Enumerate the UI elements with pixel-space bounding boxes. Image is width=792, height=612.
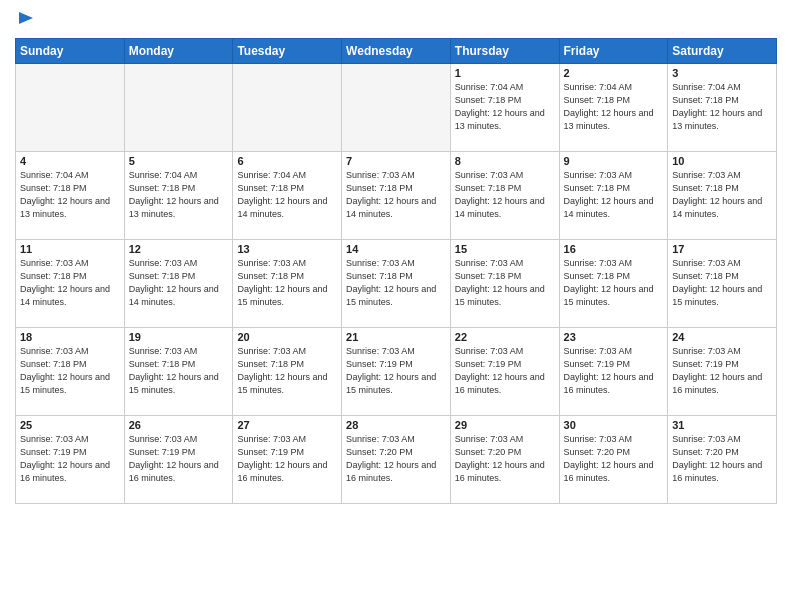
day-info: Sunrise: 7:03 AMSunset: 7:19 PMDaylight:…: [672, 345, 772, 397]
day-info: Sunrise: 7:03 AMSunset: 7:19 PMDaylight:…: [564, 345, 664, 397]
week-row-2: 4Sunrise: 7:04 AMSunset: 7:18 PMDaylight…: [16, 151, 777, 239]
day-info: Sunrise: 7:03 AMSunset: 7:18 PMDaylight:…: [564, 169, 664, 221]
day-number: 2: [564, 67, 664, 79]
day-info: Sunrise: 7:04 AMSunset: 7:18 PMDaylight:…: [672, 81, 772, 133]
page: SundayMondayTuesdayWednesdayThursdayFrid…: [0, 0, 792, 612]
calendar-cell: 6Sunrise: 7:04 AMSunset: 7:18 PMDaylight…: [233, 151, 342, 239]
day-number: 12: [129, 243, 229, 255]
calendar-cell: 15Sunrise: 7:03 AMSunset: 7:18 PMDayligh…: [450, 239, 559, 327]
col-header-monday: Monday: [124, 38, 233, 63]
calendar-table: SundayMondayTuesdayWednesdayThursdayFrid…: [15, 38, 777, 504]
day-number: 6: [237, 155, 337, 167]
day-number: 14: [346, 243, 446, 255]
day-number: 27: [237, 419, 337, 431]
day-number: 24: [672, 331, 772, 343]
day-info: Sunrise: 7:03 AMSunset: 7:18 PMDaylight:…: [20, 257, 120, 309]
calendar-cell: 7Sunrise: 7:03 AMSunset: 7:18 PMDaylight…: [342, 151, 451, 239]
day-info: Sunrise: 7:03 AMSunset: 7:18 PMDaylight:…: [672, 257, 772, 309]
calendar-cell: 18Sunrise: 7:03 AMSunset: 7:18 PMDayligh…: [16, 327, 125, 415]
calendar-cell: 27Sunrise: 7:03 AMSunset: 7:19 PMDayligh…: [233, 415, 342, 503]
day-info: Sunrise: 7:03 AMSunset: 7:18 PMDaylight:…: [346, 257, 446, 309]
day-number: 25: [20, 419, 120, 431]
logo-flag-icon: [17, 10, 35, 28]
day-number: 15: [455, 243, 555, 255]
calendar-cell: 23Sunrise: 7:03 AMSunset: 7:19 PMDayligh…: [559, 327, 668, 415]
day-info: Sunrise: 7:03 AMSunset: 7:18 PMDaylight:…: [237, 257, 337, 309]
day-number: 22: [455, 331, 555, 343]
day-number: 31: [672, 419, 772, 431]
calendar-cell: 26Sunrise: 7:03 AMSunset: 7:19 PMDayligh…: [124, 415, 233, 503]
calendar-cell: 17Sunrise: 7:03 AMSunset: 7:18 PMDayligh…: [668, 239, 777, 327]
day-number: 9: [564, 155, 664, 167]
day-info: Sunrise: 7:03 AMSunset: 7:18 PMDaylight:…: [564, 257, 664, 309]
col-header-thursday: Thursday: [450, 38, 559, 63]
day-number: 5: [129, 155, 229, 167]
calendar-cell: 13Sunrise: 7:03 AMSunset: 7:18 PMDayligh…: [233, 239, 342, 327]
col-header-sunday: Sunday: [16, 38, 125, 63]
week-row-4: 18Sunrise: 7:03 AMSunset: 7:18 PMDayligh…: [16, 327, 777, 415]
day-number: 18: [20, 331, 120, 343]
calendar-cell: 2Sunrise: 7:04 AMSunset: 7:18 PMDaylight…: [559, 63, 668, 151]
calendar-cell: 16Sunrise: 7:03 AMSunset: 7:18 PMDayligh…: [559, 239, 668, 327]
day-number: 28: [346, 419, 446, 431]
day-info: Sunrise: 7:03 AMSunset: 7:18 PMDaylight:…: [20, 345, 120, 397]
day-info: Sunrise: 7:04 AMSunset: 7:18 PMDaylight:…: [564, 81, 664, 133]
day-info: Sunrise: 7:04 AMSunset: 7:18 PMDaylight:…: [237, 169, 337, 221]
day-info: Sunrise: 7:03 AMSunset: 7:20 PMDaylight:…: [346, 433, 446, 485]
day-info: Sunrise: 7:03 AMSunset: 7:19 PMDaylight:…: [346, 345, 446, 397]
day-number: 20: [237, 331, 337, 343]
day-info: Sunrise: 7:03 AMSunset: 7:19 PMDaylight:…: [237, 433, 337, 485]
day-info: Sunrise: 7:03 AMSunset: 7:18 PMDaylight:…: [672, 169, 772, 221]
day-info: Sunrise: 7:03 AMSunset: 7:18 PMDaylight:…: [346, 169, 446, 221]
day-number: 1: [455, 67, 555, 79]
day-info: Sunrise: 7:03 AMSunset: 7:18 PMDaylight:…: [129, 257, 229, 309]
calendar-cell: 25Sunrise: 7:03 AMSunset: 7:19 PMDayligh…: [16, 415, 125, 503]
col-header-wednesday: Wednesday: [342, 38, 451, 63]
day-number: 3: [672, 67, 772, 79]
day-info: Sunrise: 7:03 AMSunset: 7:18 PMDaylight:…: [237, 345, 337, 397]
calendar-cell: 9Sunrise: 7:03 AMSunset: 7:18 PMDaylight…: [559, 151, 668, 239]
calendar-cell: 30Sunrise: 7:03 AMSunset: 7:20 PMDayligh…: [559, 415, 668, 503]
day-info: Sunrise: 7:04 AMSunset: 7:18 PMDaylight:…: [129, 169, 229, 221]
day-number: 23: [564, 331, 664, 343]
day-number: 19: [129, 331, 229, 343]
day-number: 8: [455, 155, 555, 167]
day-info: Sunrise: 7:04 AMSunset: 7:18 PMDaylight:…: [455, 81, 555, 133]
calendar-cell: 19Sunrise: 7:03 AMSunset: 7:18 PMDayligh…: [124, 327, 233, 415]
day-info: Sunrise: 7:03 AMSunset: 7:19 PMDaylight:…: [455, 345, 555, 397]
calendar-cell: 4Sunrise: 7:04 AMSunset: 7:18 PMDaylight…: [16, 151, 125, 239]
day-info: Sunrise: 7:03 AMSunset: 7:18 PMDaylight:…: [129, 345, 229, 397]
day-number: 13: [237, 243, 337, 255]
day-number: 16: [564, 243, 664, 255]
logo: [15, 10, 35, 32]
calendar-cell: 20Sunrise: 7:03 AMSunset: 7:18 PMDayligh…: [233, 327, 342, 415]
day-number: 30: [564, 419, 664, 431]
calendar-cell: 1Sunrise: 7:04 AMSunset: 7:18 PMDaylight…: [450, 63, 559, 151]
calendar-header-row: SundayMondayTuesdayWednesdayThursdayFrid…: [16, 38, 777, 63]
svg-marker-0: [19, 12, 33, 24]
calendar-cell: [342, 63, 451, 151]
day-info: Sunrise: 7:03 AMSunset: 7:20 PMDaylight:…: [564, 433, 664, 485]
day-info: Sunrise: 7:03 AMSunset: 7:19 PMDaylight:…: [20, 433, 120, 485]
calendar-cell: 8Sunrise: 7:03 AMSunset: 7:18 PMDaylight…: [450, 151, 559, 239]
calendar-cell: 14Sunrise: 7:03 AMSunset: 7:18 PMDayligh…: [342, 239, 451, 327]
calendar-cell: 29Sunrise: 7:03 AMSunset: 7:20 PMDayligh…: [450, 415, 559, 503]
calendar-cell: 5Sunrise: 7:04 AMSunset: 7:18 PMDaylight…: [124, 151, 233, 239]
week-row-1: 1Sunrise: 7:04 AMSunset: 7:18 PMDaylight…: [16, 63, 777, 151]
calendar-cell: [124, 63, 233, 151]
day-number: 26: [129, 419, 229, 431]
calendar-cell: [233, 63, 342, 151]
calendar-cell: 28Sunrise: 7:03 AMSunset: 7:20 PMDayligh…: [342, 415, 451, 503]
day-number: 17: [672, 243, 772, 255]
header: [15, 10, 777, 32]
col-header-saturday: Saturday: [668, 38, 777, 63]
col-header-friday: Friday: [559, 38, 668, 63]
day-number: 29: [455, 419, 555, 431]
calendar-cell: 12Sunrise: 7:03 AMSunset: 7:18 PMDayligh…: [124, 239, 233, 327]
calendar-cell: [16, 63, 125, 151]
day-number: 21: [346, 331, 446, 343]
week-row-5: 25Sunrise: 7:03 AMSunset: 7:19 PMDayligh…: [16, 415, 777, 503]
day-number: 4: [20, 155, 120, 167]
calendar-cell: 22Sunrise: 7:03 AMSunset: 7:19 PMDayligh…: [450, 327, 559, 415]
week-row-3: 11Sunrise: 7:03 AMSunset: 7:18 PMDayligh…: [16, 239, 777, 327]
